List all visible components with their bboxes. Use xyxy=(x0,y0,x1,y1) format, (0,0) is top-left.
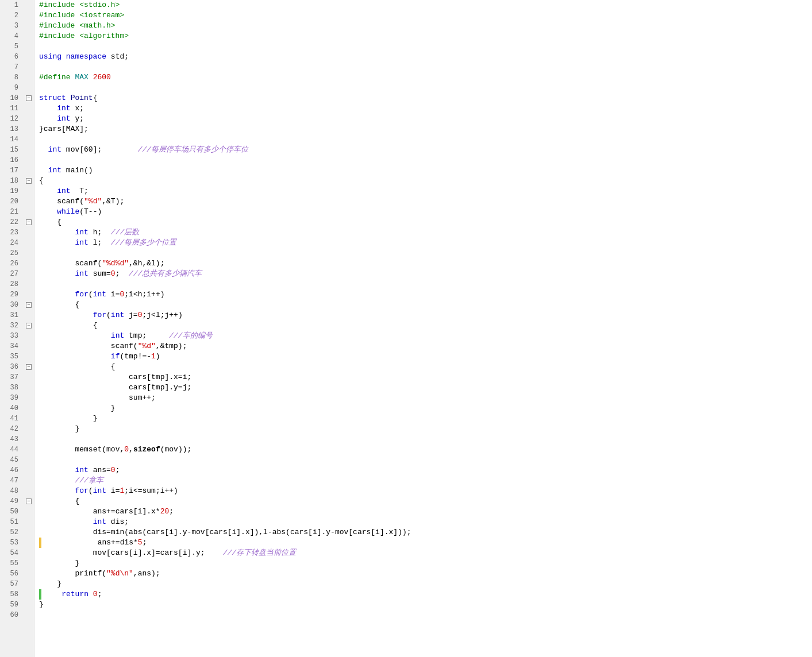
line-number: 33 xyxy=(0,331,23,341)
line-number: 12 xyxy=(0,114,23,124)
fold-icon[interactable]: − xyxy=(26,302,32,308)
line-row-44: 44 xyxy=(0,445,34,455)
line-row-35: 35 xyxy=(0,351,34,362)
line-number: 23 xyxy=(0,227,23,238)
code-content: for(int i=0;i<h;i++) xyxy=(39,289,165,300)
fold-col xyxy=(23,445,34,455)
code-line-23: int h; ///层数 xyxy=(39,227,812,238)
fold-col xyxy=(23,62,34,72)
fold-col xyxy=(23,124,34,134)
line-number: 15 xyxy=(0,145,23,155)
line-number: 38 xyxy=(0,382,23,393)
fold-icon[interactable]: − xyxy=(26,219,32,225)
code-line-50: ans+=cars[i].x*20; xyxy=(39,507,812,517)
code-content: while(T--) xyxy=(39,207,102,217)
fold-col xyxy=(23,114,34,124)
code-line-4: #include <algorithm> xyxy=(39,31,812,41)
line-row-11: 11 xyxy=(0,103,34,114)
fold-col xyxy=(23,196,34,207)
fold-col xyxy=(23,341,34,351)
fold-col xyxy=(23,382,34,393)
line-row-39: 39 xyxy=(0,393,34,403)
line-row-12: 12 xyxy=(0,114,34,124)
code-line-2: #include <iostream> xyxy=(39,10,812,21)
fold-col xyxy=(23,548,34,558)
fold-col xyxy=(23,165,34,176)
line-number: 6 xyxy=(0,52,23,62)
line-marker xyxy=(39,538,41,548)
fold-col xyxy=(23,351,34,362)
fold-col xyxy=(23,579,34,589)
line-row-19: 19 xyxy=(0,186,34,196)
line-row-31: 31 xyxy=(0,310,34,320)
line-number: 44 xyxy=(0,445,23,455)
fold-col xyxy=(23,600,34,610)
line-row-28: 28 xyxy=(0,279,34,289)
fold-col xyxy=(23,413,34,424)
fold-col xyxy=(23,476,34,486)
line-number: 43 xyxy=(0,434,23,445)
line-number: 35 xyxy=(0,351,23,362)
code-content: int x; xyxy=(39,103,84,114)
code-line-45 xyxy=(39,455,812,465)
code-line-38: cars[tmp].y=j; xyxy=(39,382,812,393)
code-content: int main() xyxy=(39,165,93,176)
line-number: 45 xyxy=(0,455,23,465)
fold-col: − xyxy=(23,362,34,372)
line-number: 58 xyxy=(0,589,23,600)
line-marker xyxy=(39,589,41,600)
code-content: { xyxy=(39,217,61,227)
code-line-42: } xyxy=(39,424,812,434)
code-line-17: int main() xyxy=(39,165,812,176)
line-row-49: 49− xyxy=(0,496,34,507)
fold-col xyxy=(23,31,34,41)
line-row-27: 27 xyxy=(0,269,34,279)
code-line-47: ///拿车 xyxy=(39,476,812,486)
line-row-7: 7 xyxy=(0,62,34,72)
code-content: ans+=dis*5; xyxy=(44,538,147,548)
line-number: 49 xyxy=(0,496,23,507)
line-row-50: 50 xyxy=(0,507,34,517)
line-row-6: 6 xyxy=(0,52,34,62)
fold-col xyxy=(23,310,34,320)
line-row-38: 38 xyxy=(0,382,34,393)
line-number: 56 xyxy=(0,569,23,579)
code-line-51: int dis; xyxy=(39,517,812,527)
code-content: cars[tmp].x=i; xyxy=(39,372,191,382)
fold-col xyxy=(23,455,34,465)
fold-icon[interactable]: − xyxy=(26,178,32,184)
code-line-55: } xyxy=(39,558,812,569)
code-content: int sum=0; ///总共有多少辆汽车 xyxy=(39,269,202,279)
line-number: 24 xyxy=(0,238,23,248)
line-row-14: 14 xyxy=(0,134,34,145)
code-line-22: { xyxy=(39,217,812,227)
code-content: scanf("%d",&T); xyxy=(39,196,124,207)
fold-col xyxy=(23,393,34,403)
fold-icon[interactable]: − xyxy=(26,498,32,504)
line-number: 40 xyxy=(0,403,23,413)
code-line-59: } xyxy=(39,600,812,610)
code-line-14 xyxy=(39,134,812,145)
fold-icon[interactable]: − xyxy=(26,323,32,328)
line-row-29: 29 xyxy=(0,289,34,300)
code-content: #include <iostream> xyxy=(39,10,124,21)
line-number: 10 xyxy=(0,93,23,103)
line-number: 50 xyxy=(0,507,23,517)
line-number: 39 xyxy=(0,393,23,403)
fold-icon[interactable]: − xyxy=(26,95,32,101)
fold-col: − xyxy=(23,320,34,331)
code-content: if(tmp!=-1) xyxy=(39,351,160,362)
line-row-8: 8 xyxy=(0,72,34,83)
line-number: 37 xyxy=(0,372,23,382)
line-number: 57 xyxy=(0,579,23,589)
fold-col xyxy=(23,517,34,527)
line-number: 7 xyxy=(0,62,23,72)
fold-icon[interactable]: − xyxy=(26,364,32,370)
line-number: 3 xyxy=(0,21,23,31)
code-line-27: int sum=0; ///总共有多少辆汽车 xyxy=(39,269,812,279)
code-line-48: for(int i=1;i<=sum;i++) xyxy=(39,486,812,496)
line-row-48: 48 xyxy=(0,486,34,496)
line-number: 18 xyxy=(0,176,23,186)
line-number: 60 xyxy=(0,610,23,620)
fold-col xyxy=(23,52,34,62)
